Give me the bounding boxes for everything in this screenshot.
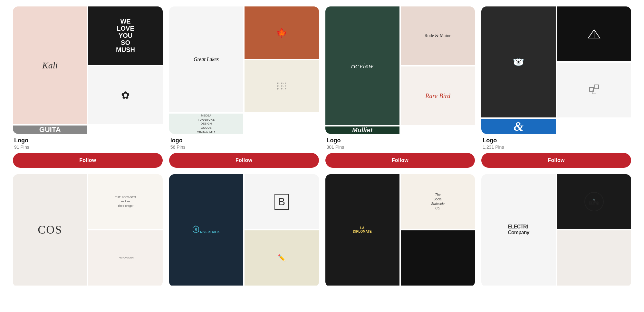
board-images-4[interactable]: 🐻‍❄️ &	[481, 6, 631, 134]
board-img-7-2: TheSocialStatesideCo.	[401, 174, 475, 229]
board-img-5-3: THE FORAGER	[88, 230, 162, 285]
svg-rect-4	[595, 85, 599, 89]
svg-text:R: R	[195, 228, 197, 231]
board-card-3: re·view Rode & Maine Rare Bird Mulliet L…	[325, 6, 475, 168]
board-img-4-4: &	[481, 119, 555, 134]
board-info-4: Logo 1,231 Pins	[481, 137, 631, 150]
board-img-4-3	[557, 63, 631, 117]
board-title-4: Logo	[483, 137, 630, 144]
board-img-6-2: B	[245, 174, 319, 229]
board-card-6: R RIVERTRICK B ✏️	[169, 174, 319, 287]
board-card-4: 🐻‍❄️ &	[481, 6, 631, 168]
board-card-8: ELECTRICompany 🚲DOUBLEDECKER	[481, 174, 631, 287]
follow-button-3[interactable]: Follow	[325, 153, 475, 168]
board-img-8-1: ELECTRICompany	[481, 174, 555, 286]
board-pins-2: 56 Pins	[170, 145, 318, 150]
board-info-3: Logo 301 Pins	[325, 137, 475, 150]
board-pins-4: 1,231 Pins	[483, 145, 630, 150]
board-img-8-2: 🚲DOUBLEDECKER	[557, 174, 631, 229]
boards-grid: Kali WELOVEYOUSOMUSH ✿ GUITA Logo 91 Pin…	[13, 6, 631, 287]
board-images-7[interactable]: LADIPLOMATE TheSocialStatesideCo.	[325, 174, 475, 287]
board-pins-1: 91 Pins	[14, 145, 161, 150]
board-img-7-1: LADIPLOMATE	[325, 174, 399, 286]
board-img-4-1: 🐻‍❄️	[481, 6, 555, 117]
board-img-1-3: ✿	[88, 66, 162, 125]
board-card-2: Great Lakes 🍁 P · P · PP · P · PP · P · …	[169, 6, 319, 168]
board-img-4-2	[557, 6, 631, 61]
board-img-3-4: Mulliet	[325, 126, 399, 134]
board-img-3-3: Rare Bird	[401, 66, 475, 125]
board-img-2-4: MEDEAFURNITUREDESIGNGOODSMEXICO CITY	[169, 114, 243, 134]
board-img-2-2: 🍁	[245, 6, 319, 59]
board-card-7: LADIPLOMATE TheSocialStatesideCo.	[325, 174, 475, 287]
board-images-5[interactable]: COS THE FORAGER— F —The Forager THE FORA…	[13, 174, 163, 287]
board-img-6-1: R RIVERTRICK	[169, 174, 243, 286]
board-title-3: Logo	[327, 137, 474, 144]
board-img-3-2: Rode & Maine	[401, 6, 475, 65]
board-images-3[interactable]: re·view Rode & Maine Rare Bird Mulliet	[325, 6, 475, 134]
board-images-1[interactable]: Kali WELOVEYOUSOMUSH ✿ GUITA	[13, 6, 163, 134]
board-img-8-3	[557, 230, 631, 285]
board-title-2: logo	[170, 137, 318, 144]
board-info-2: logo 56 Pins	[169, 137, 319, 150]
follow-button-2[interactable]: Follow	[169, 153, 319, 168]
follow-button-4[interactable]: Follow	[481, 153, 631, 168]
board-img-2-3: P · P · PP · P · PP · P · P	[245, 60, 319, 112]
board-images-8[interactable]: ELECTRICompany 🚲DOUBLEDECKER	[481, 174, 631, 287]
board-img-2-1: Great Lakes	[169, 6, 243, 112]
board-info-1: Logo 91 Pins	[13, 137, 163, 150]
board-img-7-3	[401, 230, 475, 285]
board-card-5: COS THE FORAGER— F —The Forager THE FORA…	[13, 174, 163, 287]
board-card-1: Kali WELOVEYOUSOMUSH ✿ GUITA Logo 91 Pin…	[13, 6, 163, 168]
svg-rect-5	[592, 90, 596, 94]
follow-button-1[interactable]: Follow	[13, 153, 163, 168]
svg-rect-3	[590, 87, 593, 91]
board-img-1-2: WELOVEYOUSOMUSH	[88, 6, 162, 65]
board-images-2[interactable]: Great Lakes 🍁 P · P · PP · P · PP · P · …	[169, 6, 319, 134]
board-img-1-1: Kali	[13, 6, 87, 124]
box-svg-icon	[588, 84, 600, 95]
board-images-6[interactable]: R RIVERTRICK B ✏️	[169, 174, 319, 287]
r-logo-icon: R	[193, 226, 199, 233]
board-pins-3: 301 Pins	[327, 145, 474, 150]
board-img-3-1: re·view	[325, 6, 399, 125]
board-title-1: Logo	[14, 137, 161, 144]
arrow-svg-icon	[588, 29, 601, 39]
board-img-5-2: THE FORAGER— F —The Forager	[88, 174, 162, 229]
board-img-5-1: COS	[13, 174, 87, 286]
board-img-6-3: ✏️	[245, 230, 319, 285]
board-img-1-4: GUITA	[13, 126, 87, 134]
